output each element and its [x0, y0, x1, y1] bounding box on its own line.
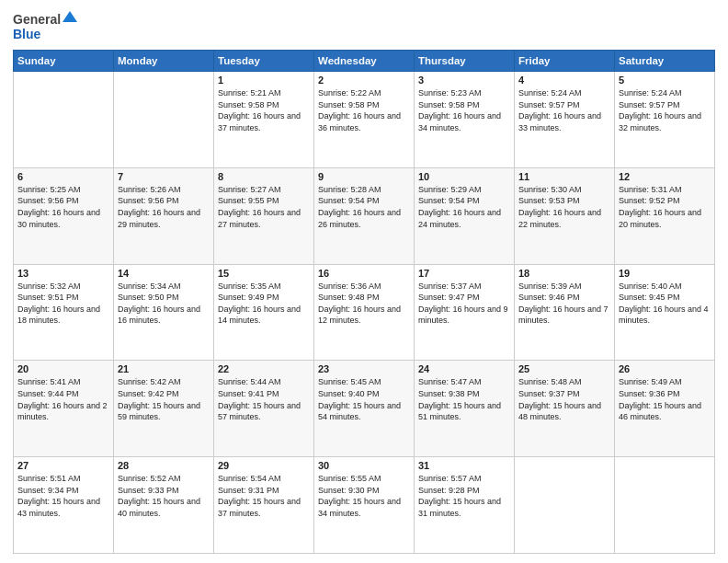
day-info: Sunrise: 5:32 AM Sunset: 9:51 PM Dayligh…	[17, 281, 109, 327]
logo-svg: General Blue	[13, 9, 77, 44]
calendar-cell: 31Sunrise: 5:57 AM Sunset: 9:28 PM Dayli…	[415, 457, 515, 554]
day-info: Sunrise: 5:55 AM Sunset: 9:30 PM Dayligh…	[318, 473, 410, 519]
calendar-cell: 2Sunrise: 5:22 AM Sunset: 9:58 PM Daylig…	[314, 72, 415, 168]
calendar-cell: 14Sunrise: 5:34 AM Sunset: 9:50 PM Dayli…	[114, 264, 214, 361]
day-number: 27	[17, 460, 109, 471]
day-number: 31	[418, 460, 510, 471]
day-number: 6	[17, 171, 109, 182]
weekday-header-thursday: Thursday	[415, 51, 515, 72]
weekday-header-saturday: Saturday	[615, 51, 715, 72]
day-info: Sunrise: 5:26 AM Sunset: 9:56 PM Dayligh…	[118, 184, 210, 230]
day-info: Sunrise: 5:21 AM Sunset: 9:58 PM Dayligh…	[218, 87, 310, 133]
calendar-table: SundayMondayTuesdayWednesdayThursdayFrid…	[13, 50, 715, 554]
calendar-cell: 18Sunrise: 5:39 AM Sunset: 9:46 PM Dayli…	[515, 264, 615, 361]
calendar-cell	[114, 72, 214, 168]
day-number: 23	[318, 363, 410, 374]
weekday-header-friday: Friday	[515, 51, 615, 72]
day-info: Sunrise: 5:52 AM Sunset: 9:33 PM Dayligh…	[118, 473, 210, 519]
calendar-cell: 13Sunrise: 5:32 AM Sunset: 9:51 PM Dayli…	[14, 264, 114, 361]
weekday-header-monday: Monday	[114, 51, 214, 72]
day-number: 2	[318, 75, 410, 86]
calendar-cell: 1Sunrise: 5:21 AM Sunset: 9:58 PM Daylig…	[214, 72, 314, 168]
calendar-cell	[615, 457, 715, 554]
day-info: Sunrise: 5:34 AM Sunset: 9:50 PM Dayligh…	[118, 281, 210, 327]
day-number: 29	[218, 460, 310, 471]
day-number: 24	[418, 363, 510, 374]
calendar-cell: 24Sunrise: 5:47 AM Sunset: 9:38 PM Dayli…	[415, 361, 515, 457]
day-number: 26	[619, 363, 711, 374]
weekday-header-sunday: Sunday	[14, 51, 114, 72]
calendar-cell: 7Sunrise: 5:26 AM Sunset: 9:56 PM Daylig…	[114, 167, 214, 264]
calendar-cell: 4Sunrise: 5:24 AM Sunset: 9:57 PM Daylig…	[515, 72, 615, 168]
week-row-4: 20Sunrise: 5:41 AM Sunset: 9:44 PM Dayli…	[14, 361, 715, 457]
svg-text:Blue: Blue	[13, 27, 41, 41]
day-number: 1	[218, 75, 310, 86]
day-number: 17	[418, 268, 510, 279]
day-info: Sunrise: 5:24 AM Sunset: 9:57 PM Dayligh…	[518, 87, 610, 133]
day-info: Sunrise: 5:47 AM Sunset: 9:38 PM Dayligh…	[418, 376, 510, 422]
calendar-cell	[515, 457, 615, 554]
calendar-cell: 8Sunrise: 5:27 AM Sunset: 9:55 PM Daylig…	[214, 167, 314, 264]
day-info: Sunrise: 5:41 AM Sunset: 9:44 PM Dayligh…	[17, 376, 109, 422]
day-number: 30	[318, 460, 410, 471]
week-row-2: 6Sunrise: 5:25 AM Sunset: 9:56 PM Daylig…	[14, 167, 715, 264]
day-number: 20	[17, 363, 109, 374]
calendar-cell: 11Sunrise: 5:30 AM Sunset: 9:53 PM Dayli…	[515, 167, 615, 264]
day-info: Sunrise: 5:39 AM Sunset: 9:46 PM Dayligh…	[518, 281, 610, 327]
day-number: 25	[518, 363, 610, 374]
calendar-cell: 22Sunrise: 5:44 AM Sunset: 9:41 PM Dayli…	[214, 361, 314, 457]
day-number: 18	[518, 268, 610, 279]
day-number: 22	[218, 363, 310, 374]
calendar-cell: 10Sunrise: 5:29 AM Sunset: 9:54 PM Dayli…	[415, 167, 515, 264]
calendar-cell: 9Sunrise: 5:28 AM Sunset: 9:54 PM Daylig…	[314, 167, 415, 264]
day-info: Sunrise: 5:30 AM Sunset: 9:53 PM Dayligh…	[518, 184, 610, 230]
day-number: 8	[218, 171, 310, 182]
calendar-cell: 25Sunrise: 5:48 AM Sunset: 9:37 PM Dayli…	[515, 361, 615, 457]
day-info: Sunrise: 5:35 AM Sunset: 9:49 PM Dayligh…	[218, 281, 310, 327]
calendar-cell: 20Sunrise: 5:41 AM Sunset: 9:44 PM Dayli…	[14, 361, 114, 457]
week-row-3: 13Sunrise: 5:32 AM Sunset: 9:51 PM Dayli…	[14, 264, 715, 361]
calendar-cell: 27Sunrise: 5:51 AM Sunset: 9:34 PM Dayli…	[14, 457, 114, 554]
day-number: 28	[118, 460, 210, 471]
day-info: Sunrise: 5:51 AM Sunset: 9:34 PM Dayligh…	[17, 473, 109, 519]
day-number: 10	[418, 171, 510, 182]
day-number: 14	[118, 268, 210, 279]
day-number: 5	[619, 75, 711, 86]
calendar-cell: 23Sunrise: 5:45 AM Sunset: 9:40 PM Dayli…	[314, 361, 415, 457]
calendar-cell	[14, 72, 114, 168]
calendar-cell: 19Sunrise: 5:40 AM Sunset: 9:45 PM Dayli…	[615, 264, 715, 361]
day-info: Sunrise: 5:40 AM Sunset: 9:45 PM Dayligh…	[619, 281, 711, 327]
day-number: 7	[118, 171, 210, 182]
day-number: 16	[318, 268, 410, 279]
day-number: 9	[318, 171, 410, 182]
day-info: Sunrise: 5:36 AM Sunset: 9:48 PM Dayligh…	[318, 281, 410, 327]
day-info: Sunrise: 5:54 AM Sunset: 9:31 PM Dayligh…	[218, 473, 310, 519]
weekday-header-wednesday: Wednesday	[314, 51, 415, 72]
day-info: Sunrise: 5:49 AM Sunset: 9:36 PM Dayligh…	[619, 376, 711, 422]
day-number: 12	[619, 171, 711, 182]
day-info: Sunrise: 5:28 AM Sunset: 9:54 PM Dayligh…	[318, 184, 410, 230]
calendar-cell: 28Sunrise: 5:52 AM Sunset: 9:33 PM Dayli…	[114, 457, 214, 554]
day-number: 11	[518, 171, 610, 182]
calendar-cell: 26Sunrise: 5:49 AM Sunset: 9:36 PM Dayli…	[615, 361, 715, 457]
day-number: 21	[118, 363, 210, 374]
day-number: 3	[418, 75, 510, 86]
day-info: Sunrise: 5:27 AM Sunset: 9:55 PM Dayligh…	[218, 184, 310, 230]
day-info: Sunrise: 5:37 AM Sunset: 9:47 PM Dayligh…	[418, 281, 510, 327]
calendar-cell: 15Sunrise: 5:35 AM Sunset: 9:49 PM Dayli…	[214, 264, 314, 361]
day-info: Sunrise: 5:42 AM Sunset: 9:42 PM Dayligh…	[118, 376, 210, 422]
weekday-header-row: SundayMondayTuesdayWednesdayThursdayFrid…	[14, 51, 715, 72]
day-info: Sunrise: 5:31 AM Sunset: 9:52 PM Dayligh…	[619, 184, 711, 230]
day-info: Sunrise: 5:23 AM Sunset: 9:58 PM Dayligh…	[418, 87, 510, 133]
day-number: 15	[218, 268, 310, 279]
day-number: 19	[619, 268, 711, 279]
calendar-cell: 3Sunrise: 5:23 AM Sunset: 9:58 PM Daylig…	[415, 72, 515, 168]
calendar-cell: 17Sunrise: 5:37 AM Sunset: 9:47 PM Dayli…	[415, 264, 515, 361]
day-info: Sunrise: 5:57 AM Sunset: 9:28 PM Dayligh…	[418, 473, 510, 519]
day-number: 4	[518, 75, 610, 86]
week-row-1: 1Sunrise: 5:21 AM Sunset: 9:58 PM Daylig…	[14, 72, 715, 168]
calendar-cell: 30Sunrise: 5:55 AM Sunset: 9:30 PM Dayli…	[314, 457, 415, 554]
day-info: Sunrise: 5:24 AM Sunset: 9:57 PM Dayligh…	[619, 87, 711, 133]
day-info: Sunrise: 5:25 AM Sunset: 9:56 PM Dayligh…	[17, 184, 109, 230]
calendar-cell: 16Sunrise: 5:36 AM Sunset: 9:48 PM Dayli…	[314, 264, 415, 361]
